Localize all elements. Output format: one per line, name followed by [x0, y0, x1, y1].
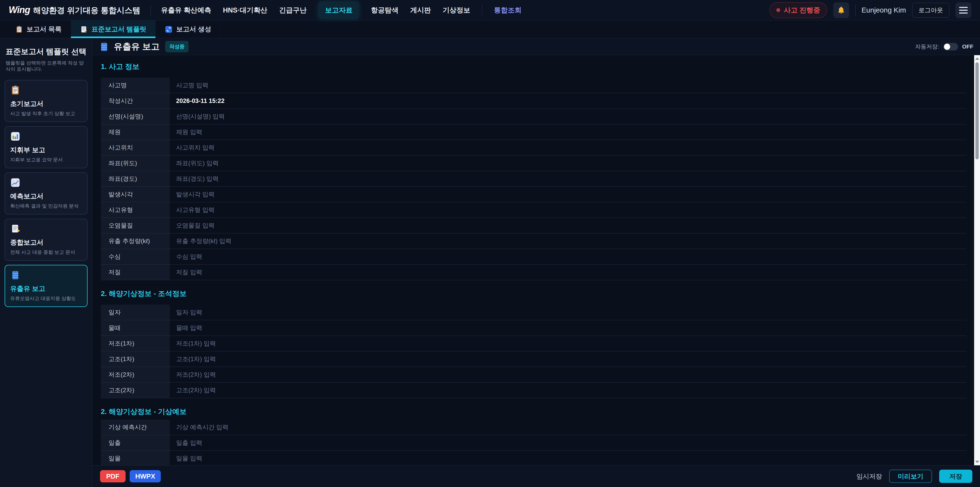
template-card-title: 초기보고서 [10, 99, 82, 108]
field-input[interactable]: 오염물질 입력 [170, 218, 966, 233]
nav-item-4[interactable]: 보고자료 [318, 2, 359, 19]
field-input[interactable]: 제원 입력 [170, 125, 966, 140]
toggle-knob [944, 44, 950, 50]
template-card-1[interactable]: 초기보고서사고 발생 직후 초기 상황 보고 [5, 80, 88, 122]
template-sidebar: 표준보고서 템플릿 선택 템플릿을 선택하면 오른쪽에 작성 양식이 표시됩니다… [0, 38, 92, 487]
memo-icon [80, 26, 88, 33]
field-input[interactable]: 저질 입력 [170, 265, 966, 280]
nav-item-5[interactable]: 항공탐색 [371, 6, 398, 15]
nav-menu: 유출유 확산예측HNS·대기확산긴급구난보고자료항공탐색게시판기상정보통합조회 [161, 2, 522, 19]
table-row: 일출일출 입력 [101, 435, 966, 451]
field-label: 고조(1차) [101, 351, 170, 367]
tab-1[interactable]: 보고서 목록 [6, 21, 71, 38]
incident-dot-icon [776, 8, 780, 12]
field-input[interactable]: 저조(2차) 입력 [170, 367, 966, 382]
logout-button[interactable]: 로그아웃 [912, 3, 950, 18]
bell-icon [837, 6, 845, 14]
field-label: 저조(1차) [101, 336, 170, 351]
table-row: 물때물때 입력 [101, 320, 966, 336]
field-input[interactable]: 일몰 입력 [170, 451, 966, 465]
bar-chart-icon [10, 131, 21, 142]
nav-item-3[interactable]: 긴급구난 [279, 6, 307, 15]
field-label: 제원 [101, 125, 170, 140]
autosave-label: 자동저장: [915, 43, 939, 51]
tab-2[interactable]: 표준보고서 템플릿 [71, 21, 156, 38]
field-input[interactable]: 발생시각 입력 [170, 187, 966, 202]
scroll-up-arrow-icon[interactable] [975, 57, 979, 60]
table-row: 사고위치사고위치 입력 [101, 140, 966, 155]
export-pdf-button[interactable]: PDF [100, 470, 126, 482]
temp-save-button[interactable]: 임시저장 [856, 472, 882, 481]
field-input[interactable]: 기상 예측시간 입력 [170, 420, 966, 435]
template-card-3[interactable]: 예측보고서확산예측 결과 및 민감자원 분석 [5, 172, 88, 214]
notifications-button[interactable] [833, 2, 849, 18]
export-hwpx-button[interactable]: HWPX [130, 470, 161, 482]
scrollbar-thumb[interactable] [975, 62, 979, 160]
autosave-control: 자동저장: OFF [915, 43, 974, 51]
oil-drum-icon [99, 42, 109, 52]
sidebar-subtitle: 템플릿을 선택하면 오른쪽에 작성 양식이 표시됩니다. [6, 60, 88, 72]
template-card-5[interactable]: 유출유 보고유류오염사고 대응지원 상황도 [5, 265, 88, 307]
app-logo: Wing 해양환경 위기대응 통합시스템 [9, 5, 140, 16]
table-row: 수심수심 입력 [101, 249, 966, 265]
field-input[interactable]: 고조(1차) 입력 [170, 351, 966, 367]
app-title: 해양환경 위기대응 통합시스템 [33, 5, 140, 16]
field-input[interactable]: 좌표(위도) 입력 [170, 155, 966, 171]
report-form: 1. 사고 정보사고명사고명 입력작성시간2026-03-11 15:22선명(… [92, 55, 974, 465]
nav-item-2[interactable]: HNS·대기확산 [223, 6, 267, 15]
template-card-title: 지휘부 보고 [10, 145, 82, 155]
oil-drum-icon [10, 270, 21, 280]
field-input[interactable]: 고조(2차) 입력 [170, 383, 966, 398]
form-table-2: 일자일자 입력물때물때 입력저조(1차)저조(1차) 입력고조(1차)고조(1차… [101, 305, 966, 398]
menu-button[interactable] [956, 2, 971, 18]
field-input[interactable]: 물때 입력 [170, 320, 966, 335]
save-button[interactable]: 저장 [939, 469, 972, 483]
table-row: 좌표(위도)좌표(위도) 입력 [101, 155, 966, 171]
section-heading-2: 2. 해양기상정보 - 조석정보 [101, 289, 966, 298]
field-label: 기상 예측시간 [101, 420, 170, 435]
field-input[interactable]: 사고유형 입력 [170, 202, 966, 217]
table-row: 선명(시설명)선명(시설명) 입력 [101, 109, 966, 125]
field-input[interactable]: 좌표(경도) 입력 [170, 171, 966, 187]
field-input[interactable]: 수심 입력 [170, 249, 966, 264]
field-input[interactable]: 일자 입력 [170, 305, 966, 320]
section-heading-3: 2. 해양기상정보 - 기상예보 [101, 407, 966, 416]
field-label: 고조(2차) [101, 383, 170, 398]
shell: 표준보고서 템플릿 선택 템플릿을 선택하면 오른쪽에 작성 양식이 표시됩니다… [0, 38, 980, 487]
user-name: Eunjeong Kim [862, 6, 906, 14]
nav-item-7[interactable]: 기상정보 [442, 6, 470, 15]
sidebar-title: 표준보고서 템플릿 선택 [6, 46, 88, 57]
nav-item-6[interactable]: 게시판 [410, 6, 431, 15]
main-panel: 유출유 보고 작성중 자동저장: OFF 1. 사고 정보사고명사고명 입력작성… [92, 38, 980, 487]
field-input[interactable]: 저조(1차) 입력 [170, 336, 966, 351]
vertical-scrollbar[interactable] [974, 55, 980, 465]
tab-3[interactable]: 보고서 생성 [156, 21, 221, 38]
table-row: 발생시각발생시각 입력 [101, 187, 966, 202]
field-input[interactable]: 유출 추정량(kℓ) 입력 [170, 233, 966, 249]
table-row: 일몰일몰 입력 [101, 451, 966, 465]
template-card-desc: 유류오염사고 대응지원 상황도 [10, 295, 82, 302]
field-label: 발생시각 [101, 187, 170, 202]
table-row: 사고명사고명 입력 [101, 78, 966, 93]
logo-wing-mark: Wing [9, 5, 30, 15]
tab-label: 보고서 생성 [176, 25, 211, 34]
autosave-toggle[interactable] [943, 43, 958, 51]
field-label: 작성시간 [101, 93, 170, 109]
nav-item-1[interactable]: 유출유 확산예측 [161, 6, 211, 15]
field-input[interactable]: 선명(시설명) 입력 [170, 109, 966, 124]
field-input[interactable]: 사고명 입력 [170, 78, 966, 93]
table-row: 저질저질 입력 [101, 265, 966, 280]
user-divider [855, 5, 856, 16]
tab-label: 표준보고서 템플릿 [91, 25, 146, 34]
preview-button[interactable]: 미리보기 [889, 469, 932, 483]
field-value[interactable]: 2026-03-11 15:22 [170, 93, 966, 109]
template-card-4[interactable]: 종합보고서전체 사고 대응 종합 보고 문서 [5, 219, 88, 261]
template-card-list: 초기보고서사고 발생 직후 초기 상황 보고지휘부 보고지휘부 보고용 요약 문… [5, 80, 88, 307]
field-label: 좌표(경도) [101, 171, 170, 187]
table-row: 유출 추정량(kℓ)유출 추정량(kℓ) 입력 [101, 233, 966, 249]
template-card-2[interactable]: 지휘부 보고지휘부 보고용 요약 문서 [5, 126, 88, 168]
scroll-down-arrow-icon[interactable] [975, 461, 979, 463]
nav-item-integrated-search[interactable]: 통합조회 [494, 6, 522, 15]
field-input[interactable]: 사고위치 입력 [170, 140, 966, 155]
field-input[interactable]: 일출 입력 [170, 435, 966, 450]
